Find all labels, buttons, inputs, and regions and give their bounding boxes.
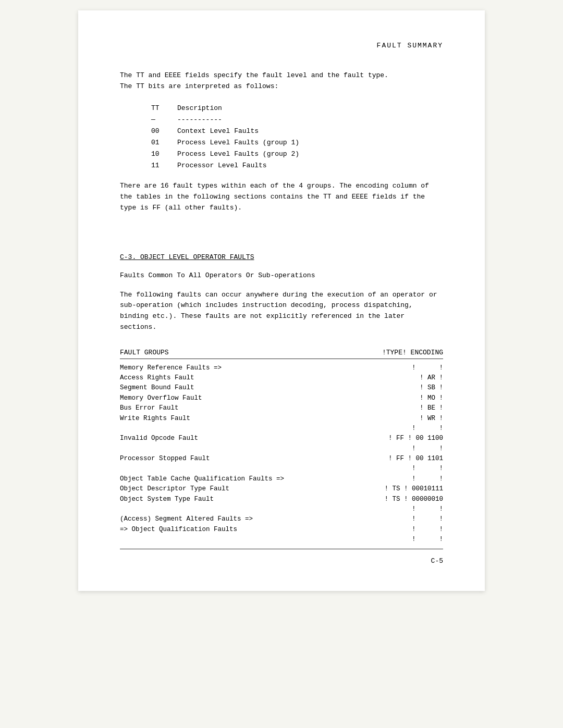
intro-text: The TT and EEEE fields specify the fault… [120, 70, 443, 92]
fault-left-6 [120, 424, 328, 434]
header-title: FAULT SUMMARY [377, 42, 443, 50]
tt-code-11: 11 [151, 160, 162, 171]
fault-right-8: ! ! [328, 444, 443, 454]
fault-row-17: ! ! [120, 535, 443, 545]
fault-row-4: Bus Error Fault ! BE ! [120, 403, 443, 413]
fault-left-13: Object System Type Fault [120, 495, 328, 504]
fault-left-7: Invalid Opcode Fault [120, 434, 328, 443]
fault-row-3: Memory Overflow Fault ! MO ! [120, 393, 443, 403]
fault-right-3: ! MO ! [328, 393, 443, 403]
fault-right-12: ! TS ! 00010111 [328, 484, 443, 494]
fault-row-13: Object System Type Fault ! TS ! 00000010 [120, 495, 443, 504]
fault-row-5: Write Rights Fault ! WR ! [120, 414, 443, 424]
fault-left-0: Memory Reference Faults => [120, 363, 328, 373]
tt-divider-row: — ----------- [151, 114, 443, 126]
body-paragraph-1: There are 16 fault types within each of … [120, 181, 443, 213]
section-subtitle: Faults Common To All Operators Or Sub-op… [120, 272, 443, 279]
page: FAULT SUMMARY The TT and EEEE fields spe… [78, 10, 485, 591]
fault-left-4: Bus Error Fault [120, 403, 328, 413]
fault-row-10: ! ! [120, 464, 443, 474]
fault-right-11: ! ! [328, 474, 443, 484]
fault-row-2: Segment Bound Fault ! SB ! [120, 383, 443, 393]
fault-row-12: Object Descriptor Type Fault ! TS ! 0001… [120, 484, 443, 494]
fault-right-17: ! ! [328, 535, 443, 545]
fault-right-0: ! ! [328, 363, 443, 373]
tt-desc-01: Process Level Faults (group 1) [177, 137, 443, 149]
tt-row-00: 00 Context Level Faults [151, 126, 443, 137]
fault-left-9: Processor Stopped Fault [120, 454, 328, 464]
body1-text: There are 16 fault types within each of … [120, 182, 429, 212]
tt-row-11: 11 Processor Level Faults [151, 160, 443, 171]
fault-right-14: ! ! [328, 504, 443, 514]
fault-left-3: Memory Overflow Fault [120, 393, 328, 403]
body-paragraph-2: The following faults can occur anywhere … [120, 290, 443, 333]
tt-row-01: 01 Process Level Faults (group 1) [151, 137, 443, 149]
fault-table-top-divider [120, 359, 443, 359]
fault-left-11: Object Table Cache Qualification Faults … [120, 474, 328, 484]
fault-row-0: Memory Reference Faults => ! ! [120, 363, 443, 373]
tt-desc-11: Processor Level Faults [177, 160, 443, 171]
fault-right-7: ! FF ! 00 1100 [328, 434, 443, 443]
fault-right-16: ! ! [328, 525, 443, 535]
fault-right-15: ! ! [328, 514, 443, 524]
intro-line1: The TT and EEEE fields specify the fault… [120, 71, 388, 79]
tt-divider-line: ----------- [177, 114, 443, 126]
fault-left-2: Segment Bound Fault [120, 383, 328, 393]
fault-col1-header: FAULT GROUPS [120, 349, 169, 356]
fault-right-9: ! FF ! 00 1101 [328, 454, 443, 464]
fault-table: FAULT GROUPS !TYPE! ENCODING Memory Refe… [120, 349, 443, 550]
fault-left-14 [120, 504, 328, 514]
fault-left-15: (Access) Segment Altered Faults => [120, 514, 328, 524]
fault-row-1: Access Rights Fault ! AR ! [120, 373, 443, 383]
fault-right-13: ! TS ! 00000010 [328, 495, 443, 504]
fault-table-bottom-divider [120, 549, 443, 549]
tt-divider-dash: — [151, 114, 162, 126]
fault-right-5: ! WR ! [328, 414, 443, 424]
fault-row-16: => Object Qualification Faults ! ! [120, 525, 443, 535]
tt-col1-header: TT [151, 103, 162, 114]
fault-right-1: ! AR ! [328, 373, 443, 383]
fault-row-15: (Access) Segment Altered Faults => ! ! [120, 514, 443, 524]
tt-code-00: 00 [151, 126, 162, 137]
tt-desc-00: Context Level Faults [177, 126, 443, 137]
tt-code-10: 10 [151, 149, 162, 160]
fault-row-8: ! ! [120, 444, 443, 454]
page-number: C-5 [431, 557, 443, 565]
fault-right-6: ! ! [328, 424, 443, 434]
page-header: FAULT SUMMARY [120, 42, 443, 50]
fault-right-10: ! ! [328, 464, 443, 474]
tt-col2-header: Description [177, 103, 443, 114]
body2-text: The following faults can occur anywhere … [120, 291, 437, 331]
tt-desc-10: Process Level Faults (group 2) [177, 149, 443, 160]
intro-line2: The TT bits are interpreted as follows: [120, 82, 278, 90]
fault-left-8 [120, 444, 328, 454]
fault-row-9: Processor Stopped Fault ! FF ! 00 1101 [120, 454, 443, 464]
section-title: C-3. OBJECT LEVEL OPERATOR FAULTS [120, 253, 443, 261]
fault-row-14: ! ! [120, 504, 443, 514]
tt-table: TT Description — ----------- 00 Context … [151, 103, 443, 172]
fault-right-4: ! BE ! [328, 403, 443, 413]
fault-row-6: ! ! [120, 424, 443, 434]
fault-left-10 [120, 464, 328, 474]
fault-table-header-row: FAULT GROUPS !TYPE! ENCODING [120, 349, 443, 356]
tt-row-10: 10 Process Level Faults (group 2) [151, 149, 443, 160]
fault-left-17 [120, 535, 328, 545]
fault-left-5: Write Rights Fault [120, 414, 328, 424]
fault-col2-header: !TYPE! ENCODING [382, 349, 443, 356]
tt-header-row: TT Description [151, 103, 443, 114]
fault-row-11: Object Table Cache Qualification Faults … [120, 474, 443, 484]
tt-code-01: 01 [151, 137, 162, 149]
fault-row-7: Invalid Opcode Fault ! FF ! 00 1100 [120, 434, 443, 443]
fault-left-12: Object Descriptor Type Fault [120, 484, 328, 494]
fault-left-1: Access Rights Fault [120, 373, 328, 383]
fault-right-2: ! SB ! [328, 383, 443, 393]
fault-left-16: => Object Qualification Faults [120, 525, 328, 535]
